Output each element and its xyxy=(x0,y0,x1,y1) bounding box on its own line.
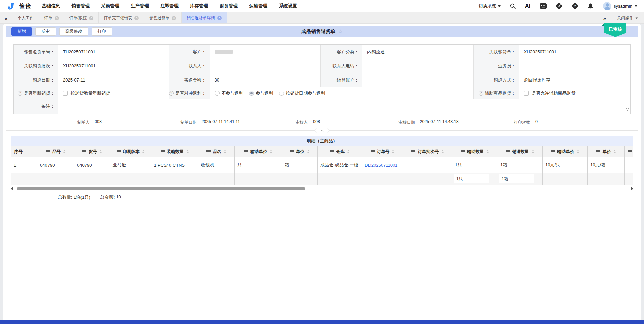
help-circle-icon[interactable] xyxy=(479,91,483,96)
summary-aux-qty-input[interactable] xyxy=(454,174,489,183)
column-menu-icon[interactable] xyxy=(206,150,211,153)
column-header-warehouse[interactable]: 仓库 xyxy=(318,146,362,157)
aux-return-checkbox[interactable] xyxy=(524,91,529,96)
sort-icon[interactable] xyxy=(307,150,310,153)
column-menu-icon[interactable] xyxy=(117,150,121,153)
column-header-aux-qty[interactable]: 辅助数量 xyxy=(452,146,497,157)
switch-system-dropdown[interactable]: 切换系统 xyxy=(479,3,501,9)
sort-icon[interactable] xyxy=(532,150,534,153)
contact-field[interactable] xyxy=(210,59,321,73)
user-menu[interactable]: sysadmin xyxy=(603,2,637,10)
tabs-scroll-left-icon[interactable] xyxy=(0,12,12,23)
column-menu-icon[interactable] xyxy=(371,150,375,153)
column-header-cargo-no[interactable]: 货号 xyxy=(74,146,110,157)
help-circle-icon[interactable] xyxy=(169,91,174,96)
customer-category-field[interactable]: 内销流通 xyxy=(362,45,474,59)
column-header-print-version[interactable]: 印刷版本 xyxy=(110,146,151,157)
tab-sales-return[interactable]: 销售退货单 xyxy=(144,12,182,23)
menu-purchase[interactable]: 采购管理 xyxy=(101,3,119,9)
sort-icon[interactable] xyxy=(392,150,394,153)
app-logo-icon[interactable] xyxy=(7,2,16,11)
tab-orders[interactable]: 订单 xyxy=(39,12,64,23)
column-menu-icon[interactable] xyxy=(46,150,50,153)
notifications-bell-icon[interactable] xyxy=(587,3,594,9)
detail-row[interactable]: 1 040790 040790 亚马逊 1 PCS/ 0 CTNS 收银机 只 … xyxy=(11,157,634,173)
sort-icon[interactable] xyxy=(577,150,579,153)
sort-icon[interactable] xyxy=(186,150,189,153)
resell-checkbox[interactable] xyxy=(63,91,68,96)
column-menu-icon[interactable] xyxy=(628,150,632,153)
settlement-account-field[interactable] xyxy=(362,73,474,87)
column-menu-icon[interactable] xyxy=(161,150,165,153)
column-header-product-name[interactable]: 品名 xyxy=(198,146,235,157)
customer-field[interactable] xyxy=(210,45,321,59)
advanced-edit-button[interactable]: 高级修改 xyxy=(59,27,88,36)
column-header-order-batch-no[interactable]: 订单批次号 xyxy=(403,146,452,157)
column-header-unit[interactable]: 单位 xyxy=(282,146,318,157)
column-header-aux-price[interactable]: 辅助单价 xyxy=(543,146,588,157)
sort-icon[interactable] xyxy=(486,150,489,153)
column-header-aux-unit[interactable]: 辅助单位 xyxy=(235,146,282,157)
column-header-order-no[interactable]: 订单号 xyxy=(362,146,403,157)
scrollbar-track[interactable] xyxy=(14,187,630,190)
column-menu-icon[interactable] xyxy=(506,150,510,153)
related-sales-batch-field[interactable]: XH20250711001 xyxy=(58,59,169,73)
column-menu-icon[interactable] xyxy=(244,150,248,153)
remark-textarea[interactable] xyxy=(58,99,630,114)
related-sales-order-field[interactable]: XH20250711001 xyxy=(519,45,631,59)
menu-inventory[interactable]: 库存管理 xyxy=(190,3,208,9)
close-icon[interactable] xyxy=(89,16,93,20)
menu-production[interactable]: 生产管理 xyxy=(131,3,149,9)
column-header-return-qty[interactable]: 销退数量 xyxy=(497,146,543,157)
radio-icon[interactable] xyxy=(215,91,220,96)
shortcut-keys-icon[interactable] xyxy=(540,3,547,9)
summary-return-qty-input[interactable] xyxy=(499,174,534,183)
close-icon[interactable] xyxy=(55,16,59,20)
menu-transport[interactable]: 运输管理 xyxy=(249,3,267,9)
resize-handle-icon[interactable] xyxy=(626,108,629,111)
help-icon[interactable]: ? xyxy=(572,3,578,9)
column-menu-icon[interactable] xyxy=(596,150,600,153)
scroll-left-arrow-icon[interactable] xyxy=(11,187,13,190)
sort-icon[interactable] xyxy=(613,150,616,153)
menu-basic-info[interactable]: 基础信息 xyxy=(42,3,60,9)
return-no-field[interactable]: TH20250711001 xyxy=(58,45,169,59)
return-date-field[interactable]: 2025-07-11 xyxy=(58,73,169,87)
column-menu-icon[interactable] xyxy=(290,150,294,153)
rebate-option-by-sales-date[interactable]: 按销货日期参与返利 xyxy=(279,90,325,96)
tab-personal-work[interactable]: 个人工作 xyxy=(12,12,39,23)
rebate-option-join[interactable]: 参与返利 xyxy=(249,90,273,96)
sort-icon[interactable] xyxy=(224,150,226,153)
radio-selected-icon[interactable] xyxy=(249,91,254,96)
print-button[interactable]: 打印 xyxy=(92,27,112,36)
actual-refund-field[interactable]: 30 xyxy=(210,73,321,87)
rebate-option-none[interactable]: 不参与返利 xyxy=(215,90,244,96)
column-menu-icon[interactable] xyxy=(82,150,86,153)
salesman-field[interactable] xyxy=(519,59,631,73)
unapprove-button[interactable]: 反审 xyxy=(35,27,56,36)
add-button[interactable]: 新增 xyxy=(11,27,32,36)
menu-sales[interactable]: 销售管理 xyxy=(71,3,90,9)
tabs-scroll-right-icon[interactable] xyxy=(599,12,611,23)
column-menu-icon[interactable] xyxy=(551,150,555,153)
dashboard-gauge-icon[interactable] xyxy=(556,3,562,9)
return-method-field[interactable]: 退回报废库存 xyxy=(519,73,631,87)
sort-icon[interactable] xyxy=(63,150,66,153)
column-menu-icon[interactable] xyxy=(461,150,465,153)
close-icon[interactable] xyxy=(172,16,176,20)
help-circle-icon[interactable] xyxy=(18,91,22,96)
collapse-header-button[interactable] xyxy=(315,128,329,133)
close-operations-dropdown[interactable]: 关闭操作 xyxy=(611,12,644,23)
sort-icon[interactable] xyxy=(441,150,444,153)
column-header-partial[interactable] xyxy=(625,146,634,157)
sort-icon[interactable] xyxy=(347,150,350,153)
scrollbar-thumb[interactable] xyxy=(17,187,305,190)
close-icon[interactable] xyxy=(134,16,139,20)
radio-icon[interactable] xyxy=(279,91,284,96)
column-header-unit-price[interactable]: 单价 xyxy=(588,146,625,157)
search-icon[interactable] xyxy=(510,3,516,9)
tab-order-tracking[interactable]: 订单/跟踪 xyxy=(64,12,99,23)
sort-icon[interactable] xyxy=(142,150,145,153)
ai-assistant-button[interactable]: AI xyxy=(525,3,530,9)
order-no-link[interactable]: DD20250711001 xyxy=(365,163,397,168)
